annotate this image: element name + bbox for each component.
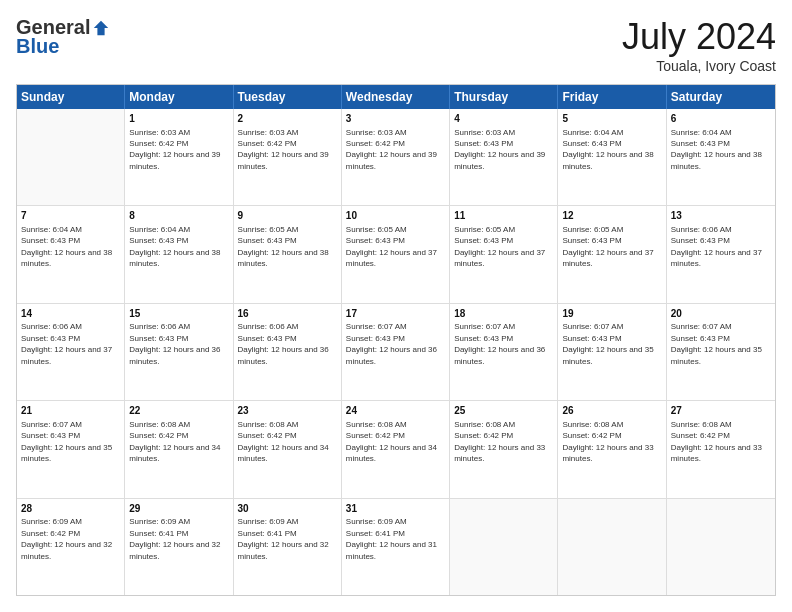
calendar-cell-4-7: 27Sunrise: 6:08 AMSunset: 6:42 PMDayligh… [667, 401, 775, 497]
day-number: 22 [129, 404, 228, 418]
cell-info: Sunrise: 6:06 AMSunset: 6:43 PMDaylight:… [129, 322, 220, 365]
cell-info: Sunrise: 6:04 AMSunset: 6:43 PMDaylight:… [562, 128, 653, 171]
day-number: 21 [21, 404, 120, 418]
calendar-cell-5-2: 29Sunrise: 6:09 AMSunset: 6:41 PMDayligh… [125, 499, 233, 595]
title-block: July 2024 Touala, Ivory Coast [622, 16, 776, 74]
month-title: July 2024 [622, 16, 776, 58]
calendar-cell-4-4: 24Sunrise: 6:08 AMSunset: 6:42 PMDayligh… [342, 401, 450, 497]
calendar-cell-4-1: 21Sunrise: 6:07 AMSunset: 6:43 PMDayligh… [17, 401, 125, 497]
weekday-friday: Friday [558, 85, 666, 109]
calendar-cell-4-5: 25Sunrise: 6:08 AMSunset: 6:42 PMDayligh… [450, 401, 558, 497]
calendar-cell-1-7: 6Sunrise: 6:04 AMSunset: 6:43 PMDaylight… [667, 109, 775, 205]
calendar-week-5: 28Sunrise: 6:09 AMSunset: 6:42 PMDayligh… [17, 499, 775, 595]
calendar: Sunday Monday Tuesday Wednesday Thursday… [16, 84, 776, 596]
day-number: 27 [671, 404, 771, 418]
day-number: 24 [346, 404, 445, 418]
calendar-cell-5-5 [450, 499, 558, 595]
calendar-cell-3-4: 17Sunrise: 6:07 AMSunset: 6:43 PMDayligh… [342, 304, 450, 400]
calendar-cell-5-1: 28Sunrise: 6:09 AMSunset: 6:42 PMDayligh… [17, 499, 125, 595]
day-number: 23 [238, 404, 337, 418]
day-number: 31 [346, 502, 445, 516]
calendar-cell-2-3: 9Sunrise: 6:05 AMSunset: 6:43 PMDaylight… [234, 206, 342, 302]
calendar-cell-2-6: 12Sunrise: 6:05 AMSunset: 6:43 PMDayligh… [558, 206, 666, 302]
calendar-cell-3-3: 16Sunrise: 6:06 AMSunset: 6:43 PMDayligh… [234, 304, 342, 400]
day-number: 7 [21, 209, 120, 223]
cell-info: Sunrise: 6:03 AMSunset: 6:42 PMDaylight:… [129, 128, 220, 171]
day-number: 16 [238, 307, 337, 321]
cell-info: Sunrise: 6:08 AMSunset: 6:42 PMDaylight:… [562, 420, 653, 463]
day-number: 28 [21, 502, 120, 516]
cell-info: Sunrise: 6:07 AMSunset: 6:43 PMDaylight:… [562, 322, 653, 365]
calendar-cell-5-3: 30Sunrise: 6:09 AMSunset: 6:41 PMDayligh… [234, 499, 342, 595]
day-number: 14 [21, 307, 120, 321]
day-number: 1 [129, 112, 228, 126]
cell-info: Sunrise: 6:07 AMSunset: 6:43 PMDaylight:… [21, 420, 112, 463]
cell-info: Sunrise: 6:05 AMSunset: 6:43 PMDaylight:… [238, 225, 329, 268]
cell-info: Sunrise: 6:05 AMSunset: 6:43 PMDaylight:… [454, 225, 545, 268]
svg-marker-0 [94, 20, 108, 34]
day-number: 30 [238, 502, 337, 516]
calendar-cell-1-1 [17, 109, 125, 205]
calendar-page: General Blue July 2024 Touala, Ivory Coa… [0, 0, 792, 612]
calendar-cell-4-3: 23Sunrise: 6:08 AMSunset: 6:42 PMDayligh… [234, 401, 342, 497]
calendar-week-3: 14Sunrise: 6:06 AMSunset: 6:43 PMDayligh… [17, 304, 775, 401]
calendar-cell-4-2: 22Sunrise: 6:08 AMSunset: 6:42 PMDayligh… [125, 401, 233, 497]
cell-info: Sunrise: 6:03 AMSunset: 6:42 PMDaylight:… [238, 128, 329, 171]
day-number: 29 [129, 502, 228, 516]
cell-info: Sunrise: 6:06 AMSunset: 6:43 PMDaylight:… [21, 322, 112, 365]
calendar-week-2: 7Sunrise: 6:04 AMSunset: 6:43 PMDaylight… [17, 206, 775, 303]
cell-info: Sunrise: 6:09 AMSunset: 6:41 PMDaylight:… [346, 517, 437, 560]
cell-info: Sunrise: 6:07 AMSunset: 6:43 PMDaylight:… [454, 322, 545, 365]
calendar-header: Sunday Monday Tuesday Wednesday Thursday… [17, 85, 775, 109]
cell-info: Sunrise: 6:06 AMSunset: 6:43 PMDaylight:… [671, 225, 762, 268]
weekday-monday: Monday [125, 85, 233, 109]
day-number: 10 [346, 209, 445, 223]
weekday-saturday: Saturday [667, 85, 775, 109]
calendar-cell-3-6: 19Sunrise: 6:07 AMSunset: 6:43 PMDayligh… [558, 304, 666, 400]
day-number: 17 [346, 307, 445, 321]
calendar-cell-2-1: 7Sunrise: 6:04 AMSunset: 6:43 PMDaylight… [17, 206, 125, 302]
day-number: 4 [454, 112, 553, 126]
day-number: 8 [129, 209, 228, 223]
calendar-cell-2-2: 8Sunrise: 6:04 AMSunset: 6:43 PMDaylight… [125, 206, 233, 302]
weekday-wednesday: Wednesday [342, 85, 450, 109]
day-number: 19 [562, 307, 661, 321]
calendar-cell-1-3: 2Sunrise: 6:03 AMSunset: 6:42 PMDaylight… [234, 109, 342, 205]
cell-info: Sunrise: 6:09 AMSunset: 6:41 PMDaylight:… [238, 517, 329, 560]
calendar-cell-3-2: 15Sunrise: 6:06 AMSunset: 6:43 PMDayligh… [125, 304, 233, 400]
calendar-cell-2-4: 10Sunrise: 6:05 AMSunset: 6:43 PMDayligh… [342, 206, 450, 302]
calendar-cell-2-5: 11Sunrise: 6:05 AMSunset: 6:43 PMDayligh… [450, 206, 558, 302]
day-number: 12 [562, 209, 661, 223]
calendar-week-1: 1Sunrise: 6:03 AMSunset: 6:42 PMDaylight… [17, 109, 775, 206]
cell-info: Sunrise: 6:04 AMSunset: 6:43 PMDaylight:… [671, 128, 762, 171]
cell-info: Sunrise: 6:03 AMSunset: 6:43 PMDaylight:… [454, 128, 545, 171]
day-number: 20 [671, 307, 771, 321]
weekday-sunday: Sunday [17, 85, 125, 109]
calendar-cell-1-2: 1Sunrise: 6:03 AMSunset: 6:42 PMDaylight… [125, 109, 233, 205]
calendar-cell-5-7 [667, 499, 775, 595]
day-number: 13 [671, 209, 771, 223]
cell-info: Sunrise: 6:08 AMSunset: 6:42 PMDaylight:… [129, 420, 220, 463]
calendar-cell-1-5: 4Sunrise: 6:03 AMSunset: 6:43 PMDaylight… [450, 109, 558, 205]
cell-info: Sunrise: 6:05 AMSunset: 6:43 PMDaylight:… [346, 225, 437, 268]
calendar-week-4: 21Sunrise: 6:07 AMSunset: 6:43 PMDayligh… [17, 401, 775, 498]
cell-info: Sunrise: 6:07 AMSunset: 6:43 PMDaylight:… [346, 322, 437, 365]
day-number: 9 [238, 209, 337, 223]
logo-icon [92, 19, 110, 37]
calendar-cell-1-6: 5Sunrise: 6:04 AMSunset: 6:43 PMDaylight… [558, 109, 666, 205]
calendar-cell-5-4: 31Sunrise: 6:09 AMSunset: 6:41 PMDayligh… [342, 499, 450, 595]
day-number: 3 [346, 112, 445, 126]
cell-info: Sunrise: 6:09 AMSunset: 6:41 PMDaylight:… [129, 517, 220, 560]
day-number: 2 [238, 112, 337, 126]
cell-info: Sunrise: 6:08 AMSunset: 6:42 PMDaylight:… [671, 420, 762, 463]
cell-info: Sunrise: 6:03 AMSunset: 6:42 PMDaylight:… [346, 128, 437, 171]
day-number: 15 [129, 307, 228, 321]
weekday-tuesday: Tuesday [234, 85, 342, 109]
cell-info: Sunrise: 6:04 AMSunset: 6:43 PMDaylight:… [129, 225, 220, 268]
cell-info: Sunrise: 6:04 AMSunset: 6:43 PMDaylight:… [21, 225, 112, 268]
cell-info: Sunrise: 6:06 AMSunset: 6:43 PMDaylight:… [238, 322, 329, 365]
calendar-cell-4-6: 26Sunrise: 6:08 AMSunset: 6:42 PMDayligh… [558, 401, 666, 497]
cell-info: Sunrise: 6:09 AMSunset: 6:42 PMDaylight:… [21, 517, 112, 560]
cell-info: Sunrise: 6:05 AMSunset: 6:43 PMDaylight:… [562, 225, 653, 268]
calendar-cell-2-7: 13Sunrise: 6:06 AMSunset: 6:43 PMDayligh… [667, 206, 775, 302]
